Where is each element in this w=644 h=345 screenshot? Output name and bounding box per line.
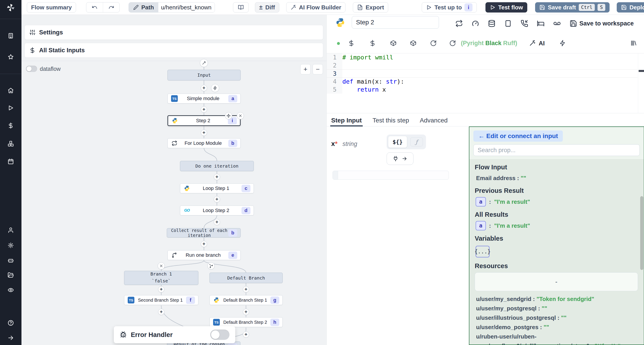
cache-refresh-icon[interactable] xyxy=(455,20,463,27)
database-icon[interactable] xyxy=(488,20,496,27)
add-step-icon[interactable]: + xyxy=(158,286,164,293)
variables-badge[interactable]: {...} xyxy=(476,246,490,257)
graph-node-collect-result[interactable]: Collect result of each iteration b xyxy=(167,228,240,238)
flow-summary-button[interactable]: Flow summary xyxy=(27,2,76,12)
graph-node-do-one-iteration[interactable]: Do one iteration xyxy=(180,161,254,171)
dataflow-toggle[interactable] xyxy=(26,66,37,72)
rotate-icon[interactable] xyxy=(449,40,456,46)
template-mode-button[interactable]: ${} xyxy=(388,136,407,148)
sidebar-item-variables[interactable] xyxy=(8,122,14,129)
gauge-icon[interactable] xyxy=(472,20,479,27)
sidebar-item-resources[interactable] xyxy=(8,141,14,147)
resource-row[interactable]: u/user/my_postgresql : "" xyxy=(476,304,638,313)
save-draft-button[interactable]: Save draft Ctrl S xyxy=(535,2,610,12)
sidebar-item-audit-logs[interactable] xyxy=(8,287,14,293)
connect-input-button[interactable] xyxy=(386,152,414,165)
undo-button[interactable] xyxy=(86,2,103,12)
add-step-icon[interactable]: + xyxy=(214,219,220,225)
resources-empty-box[interactable]: - xyxy=(475,272,638,291)
editor-line[interactable]: 2 xyxy=(327,61,638,69)
dollar-icon[interactable] xyxy=(369,40,376,46)
docs-button[interactable] xyxy=(233,2,249,12)
add-step-icon[interactable]: + xyxy=(158,309,164,315)
redo-button[interactable] xyxy=(103,2,120,12)
tab-step-input[interactable]: Step Input xyxy=(331,114,362,126)
trigger-bolt-icon[interactable] xyxy=(211,84,219,92)
graph-node-simple-module[interactable]: TS Simple module a xyxy=(168,94,240,103)
graph-node-default-branch[interactable]: Default Branch xyxy=(210,273,283,283)
sidebar-item-folders[interactable] xyxy=(8,272,14,278)
deploy-button[interactable]: Deploy xyxy=(617,2,644,12)
edit-or-connect-button[interactable]: ← Edit or connect an input xyxy=(474,130,563,142)
wand-icon[interactable] xyxy=(529,40,536,46)
package-icon[interactable] xyxy=(390,40,397,46)
rotate-icon[interactable] xyxy=(430,40,437,46)
tab-advanced[interactable]: Advanced xyxy=(420,114,448,126)
add-step-icon[interactable]: + xyxy=(201,106,207,113)
graph-node-default-branch-step1[interactable]: Default Branch Step 1 g xyxy=(210,295,283,305)
add-step-icon[interactable]: + xyxy=(243,309,249,315)
resource-row[interactable]: u/user/illustrious_postgresql : "" xyxy=(476,313,638,323)
voicemail-icon[interactable] xyxy=(553,20,561,27)
sidebar-item-favorites[interactable] xyxy=(8,54,14,60)
dollar-icon[interactable] xyxy=(348,40,355,46)
graph-node-input[interactable]: Input xyxy=(168,70,240,80)
add-step-icon[interactable]: + xyxy=(243,286,249,293)
add-step-icon[interactable]: + xyxy=(214,174,220,180)
test-up-to-button[interactable]: Test up to i xyxy=(422,2,477,12)
resource-row[interactable]: u/user/demo_postgres : "" xyxy=(476,323,638,332)
diff-button[interactable]: ± Diff xyxy=(255,2,279,12)
export-button[interactable]: Export xyxy=(353,2,388,12)
test-flow-button[interactable]: Test flow xyxy=(486,2,527,12)
result-badge[interactable]: a xyxy=(476,221,486,230)
graph-node-loop-step1[interactable]: Loop Step 1 c xyxy=(180,183,254,193)
graph-node-run-one-branch[interactable]: Run one branch e xyxy=(168,250,240,260)
sidebar-item-users[interactable] xyxy=(8,227,14,233)
all-results-row[interactable]: a : "I'm a result" xyxy=(476,221,638,230)
sidebar-item-workers[interactable] xyxy=(8,257,14,264)
flow-input-row[interactable]: Email address : "" xyxy=(476,174,638,183)
square-icon[interactable] xyxy=(504,20,512,27)
function-mode-button[interactable]: ƒ xyxy=(410,137,423,146)
sidebar-item-home[interactable] xyxy=(8,87,14,94)
sidebar-item-workspace[interactable] xyxy=(8,33,14,39)
graph-node-branch1[interactable]: Branch 1 `false` xyxy=(124,271,198,285)
ai-step-wand-icon[interactable] xyxy=(200,59,208,67)
zoom-out-button[interactable]: − xyxy=(312,64,323,74)
prop-panel-scrollbar[interactable] xyxy=(640,196,643,270)
add-branch-icon[interactable] xyxy=(208,262,215,270)
resource-row[interactable]: u/ruben-user/u/ruben-user/my_flow_2/g/al… xyxy=(476,332,638,345)
add-step-icon[interactable]: + xyxy=(214,196,220,202)
add-step-icon[interactable]: + xyxy=(243,331,249,338)
library-icon[interactable] xyxy=(630,40,637,46)
move-step-icon[interactable] xyxy=(225,112,232,119)
all-static-inputs-card[interactable]: All Static Inputs xyxy=(24,43,323,58)
zoom-in-button[interactable]: + xyxy=(300,64,310,74)
code-editor[interactable]: 1# import wmill234def main(x: str):5 ret… xyxy=(327,53,638,113)
ai-flow-builder-button[interactable]: AI Flow Builder xyxy=(286,2,346,12)
sidebar-item-settings[interactable] xyxy=(8,242,14,249)
add-step-icon[interactable]: + xyxy=(201,241,207,247)
step-name-input[interactable] xyxy=(352,16,439,28)
editor-line[interactable]: 1# import wmill xyxy=(327,53,638,61)
package-icon[interactable] xyxy=(410,40,416,46)
tab-test-this-step[interactable]: Test this step xyxy=(372,114,409,126)
path-input[interactable] xyxy=(158,2,215,12)
argument-value-input[interactable] xyxy=(332,171,449,180)
graph-node-default-branch-step2[interactable]: TS Default Branch Step 2 h xyxy=(210,317,283,327)
sidebar-item-help[interactable] xyxy=(8,320,14,326)
resource-row[interactable]: u/user/my_sendgrid : "Token for sendgrid… xyxy=(476,294,638,304)
ai-label[interactable]: AI xyxy=(539,40,545,47)
editor-line[interactable]: 4def main(x: str): xyxy=(327,77,638,86)
save-to-workspace-button[interactable]: Save to workspace xyxy=(580,20,634,27)
windmill-logo-icon[interactable] xyxy=(6,3,15,13)
result-badge[interactable]: a xyxy=(476,197,486,206)
error-handler-toggle[interactable] xyxy=(210,330,230,340)
assistants-badge[interactable]: (Pyright Black Ruff) xyxy=(461,40,517,47)
editor-scrollbar[interactable] xyxy=(638,53,644,113)
phone-icon[interactable] xyxy=(520,20,528,27)
flow-settings-card[interactable]: Settings xyxy=(24,25,323,40)
graph-node-second-branch-step1[interactable]: TS Second Branch Step 1 f xyxy=(124,295,198,305)
sidebar-expand-icon[interactable] xyxy=(8,335,14,341)
add-step-icon[interactable]: + xyxy=(201,85,207,91)
